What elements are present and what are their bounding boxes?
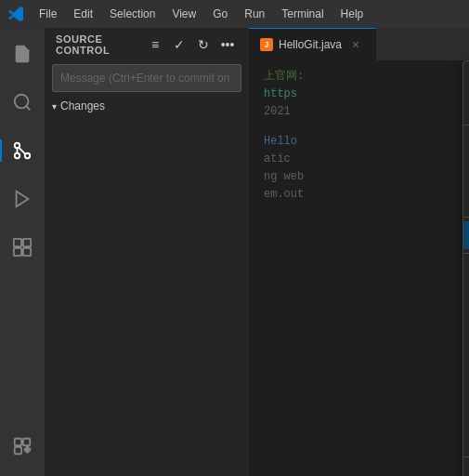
- search-icon[interactable]: [0, 80, 45, 125]
- source-control-icon[interactable]: [0, 128, 45, 173]
- stage-all-button[interactable]: ≡: [145, 34, 165, 55]
- sidebar-header: SOURCE CONTROL ≡ ✓ ↻ •••: [45, 28, 249, 60]
- menu-item-remote[interactable]: Remote›: [463, 369, 469, 397]
- editor-area: J HelloGit.java × 上官网: https 2021 Hello …: [249, 28, 469, 476]
- menu-item-pull[interactable]: Pull: [463, 129, 469, 157]
- svg-rect-10: [15, 439, 21, 445]
- menu-run[interactable]: Run: [237, 6, 272, 22]
- extensions-icon[interactable]: [0, 225, 45, 270]
- svg-rect-9: [23, 248, 31, 256]
- svg-rect-7: [23, 239, 31, 246]
- svg-point-0: [15, 95, 29, 109]
- commit-message-input[interactable]: Message (Ctrl+Enter to commit on: [52, 64, 241, 92]
- menu-terminal[interactable]: Terminal: [274, 6, 331, 22]
- menu-separator: [463, 217, 469, 218]
- menu-help[interactable]: Help: [333, 6, 371, 22]
- titlebar-menu: File Edit Selection View Go Run Terminal…: [32, 6, 371, 22]
- menu-item-checkout[interactable]: Checkout to...: [463, 221, 469, 249]
- more-actions-button[interactable]: •••: [217, 34, 238, 55]
- menu-separator: [463, 253, 469, 254]
- chevron-down-icon: ▾: [52, 101, 57, 112]
- activity-bar: [0, 28, 45, 476]
- menu-separator: [463, 125, 469, 126]
- menu-item-stash[interactable]: Stash›: [463, 397, 469, 425]
- remote-icon[interactable]: [0, 424, 45, 469]
- svg-rect-12: [15, 447, 21, 454]
- menu-item-clone[interactable]: Clone: [463, 185, 469, 213]
- menu-view[interactable]: View: [164, 6, 203, 22]
- svg-point-4: [15, 153, 20, 159]
- menu-item-tags[interactable]: Tags›: [463, 425, 469, 453]
- refresh-button[interactable]: ↻: [193, 34, 214, 55]
- menu-file[interactable]: File: [32, 6, 64, 22]
- menu-item-views[interactable]: Views›: [463, 65, 469, 93]
- sidebar-actions: ≡ ✓ ↻ •••: [145, 34, 238, 55]
- menu-item-branch[interactable]: Branch›: [463, 341, 469, 369]
- context-menu-overlay[interactable]: Views›View & Sort›PullPushCloneCheckout …: [249, 28, 469, 476]
- svg-line-1: [26, 106, 30, 110]
- commit-button[interactable]: ✓: [169, 34, 189, 55]
- run-debug-icon[interactable]: [0, 177, 45, 221]
- svg-rect-8: [14, 248, 21, 256]
- menu-go[interactable]: Go: [205, 6, 235, 22]
- files-icon[interactable]: [0, 32, 45, 76]
- changes-section[interactable]: ▾ Changes: [45, 96, 249, 116]
- menu-selection[interactable]: Selection: [102, 6, 163, 22]
- changes-label: Changes: [60, 99, 105, 112]
- menu-item-changes[interactable]: Changes›: [463, 285, 469, 313]
- menu-edit[interactable]: Edit: [66, 6, 100, 22]
- menu-item-commit[interactable]: Commit›: [463, 258, 469, 285]
- svg-marker-5: [17, 192, 29, 207]
- svg-rect-11: [23, 439, 30, 445]
- menu-item-pull-push[interactable]: Pull, Push›: [463, 313, 469, 341]
- menu-item-view-sort[interactable]: View & Sort›: [463, 93, 469, 121]
- svg-rect-6: [14, 239, 21, 246]
- titlebar: File Edit Selection View Go Run Terminal…: [0, 0, 469, 28]
- vscode-logo: [7, 6, 24, 22]
- sidebar-title: SOURCE CONTROL: [56, 33, 145, 56]
- menu-separator: [463, 456, 469, 457]
- menu-item-push[interactable]: Push: [463, 157, 469, 185]
- context-menu: Views›View & Sort›PullPushCloneCheckout …: [462, 60, 469, 476]
- sidebar: SOURCE CONTROL ≡ ✓ ↻ ••• Message (Ctrl+E…: [45, 28, 249, 476]
- main-layout: SOURCE CONTROL ≡ ✓ ↻ ••• Message (Ctrl+E…: [0, 28, 469, 476]
- menu-item-show-git-output[interactable]: Show Git Output: [463, 461, 469, 476]
